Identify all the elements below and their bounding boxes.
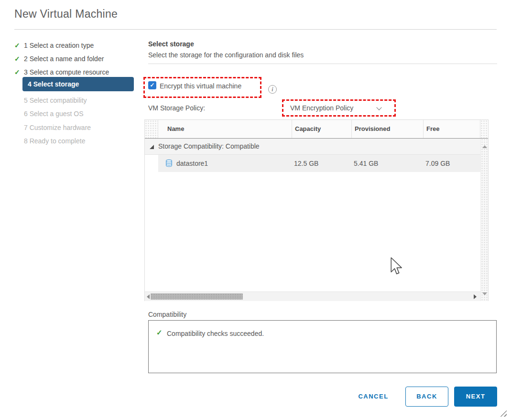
wizard-step-5[interactable]: 5 Select compatibility <box>14 97 87 104</box>
info-icon[interactable] <box>268 85 277 94</box>
success-check-icon <box>156 328 163 337</box>
datastore-name: datastore1 <box>176 155 208 172</box>
wizard-step-8[interactable]: 8 Ready to complete <box>14 137 85 145</box>
dialog-title: New Virtual Machine <box>14 8 118 21</box>
column-header-free[interactable]: Free <box>424 120 480 138</box>
compatibility-result-box: Compatibility checks succeeded. <box>148 320 497 373</box>
scroll-down-icon[interactable] <box>482 292 487 295</box>
storage-policy-dropdown[interactable]: VM Encryption Policy <box>290 104 353 112</box>
step-number: 2 <box>24 55 28 63</box>
group-row-label: Storage Compatibility: Compatible <box>158 139 260 154</box>
step-label: Customize hardware <box>30 124 91 131</box>
resize-grip[interactable] <box>500 410 507 417</box>
table-row-datastore1[interactable]: datastore1 12.5 GB 5.41 GB 7.09 GB <box>158 155 480 172</box>
new-vm-wizard-dialog: New Virtual Machine 1 Select a creation … <box>0 0 511 420</box>
check-icon <box>14 55 24 63</box>
step-label: Select a creation type <box>30 42 94 49</box>
datastore-icon <box>165 159 173 167</box>
page-title: Select storage <box>148 40 194 48</box>
step-label: Select a guest OS <box>30 110 84 118</box>
table-header-row: Name Capacity Provisioned Free <box>145 120 488 139</box>
scroll-left-icon[interactable] <box>147 294 150 299</box>
collapse-triangle-icon[interactable] <box>150 145 154 149</box>
wizard-step-2[interactable]: 2 Select a name and folder <box>14 55 104 63</box>
step-number: 3 <box>24 68 28 76</box>
wizard-step-6[interactable]: 6 Select a guest OS <box>14 110 84 118</box>
datastore-table: Name Capacity Provisioned Free Storage C… <box>144 119 489 301</box>
step-label: Select a name and folder <box>30 55 104 63</box>
table-gutter-header <box>145 120 158 138</box>
compatibility-message: Compatibility checks succeeded. <box>167 330 264 337</box>
step-label: Ready to complete <box>30 137 86 145</box>
wizard-step-4-active[interactable]: 4 Select storage <box>22 77 134 91</box>
horizontal-scrollbar[interactable] <box>145 291 480 301</box>
compatibility-section-label: Compatibility <box>148 311 186 318</box>
title-divider <box>14 29 497 30</box>
step-number: 5 <box>24 97 28 104</box>
datastore-free: 7.09 GB <box>425 155 450 172</box>
column-header-capacity[interactable]: Capacity <box>292 120 352 138</box>
mouse-cursor <box>388 257 402 277</box>
next-button[interactable]: NEXT <box>454 387 497 407</box>
storage-policy-label: VM Storage Policy: <box>148 104 205 112</box>
step-label: Select compatibility <box>30 97 87 104</box>
cancel-button[interactable]: CANCEL <box>355 387 392 407</box>
step-number: 6 <box>24 110 28 118</box>
wizard-step-3[interactable]: 3 Select a compute resource <box>14 68 109 76</box>
scroll-right-icon[interactable] <box>474 294 477 299</box>
horizontal-scroll-thumb[interactable] <box>151 293 243 300</box>
column-header-name[interactable]: Name <box>158 120 292 138</box>
step-number: 8 <box>24 137 28 145</box>
step-number: 1 <box>24 42 28 49</box>
step-number: 4 <box>28 80 32 88</box>
step-label: Select a compute resource <box>30 68 109 76</box>
scroll-up-icon[interactable] <box>482 145 487 148</box>
table-scrollbar-header <box>480 120 488 138</box>
encrypt-checkbox-label: Encrypt this virtual machine <box>160 82 241 90</box>
wizard-step-7[interactable]: 7 Customize hardware <box>14 124 91 131</box>
page-subtitle: Select the storage for the configuration… <box>148 51 304 59</box>
datastore-provisioned: 5.41 GB <box>354 155 378 172</box>
back-button[interactable]: BACK <box>405 387 448 407</box>
datastore-capacity: 12.5 GB <box>294 155 318 172</box>
vertical-scrollbar[interactable] <box>480 139 488 301</box>
wizard-step-1[interactable]: 1 Select a creation type <box>14 42 94 49</box>
header-divider <box>148 64 497 64</box>
check-icon <box>14 42 24 49</box>
step-number: 7 <box>24 124 28 131</box>
encrypt-checkbox[interactable] <box>148 81 156 89</box>
check-icon <box>14 68 24 76</box>
storage-compatibility-group-row[interactable]: Storage Compatibility: Compatible <box>145 139 480 155</box>
step-label: Select storage <box>33 80 79 88</box>
column-header-provisioned[interactable]: Provisioned <box>352 120 424 138</box>
